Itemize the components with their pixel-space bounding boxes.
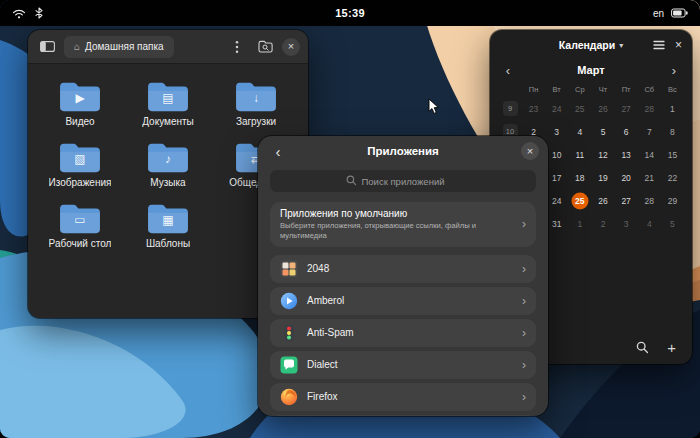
calendar-day[interactable]: 2 <box>591 212 614 235</box>
folder-item-video[interactable]: ▶Видео <box>36 76 124 127</box>
calendar-day[interactable]: 4 <box>638 212 661 235</box>
folder-item-download[interactable]: ↓Загрузки <box>212 76 300 127</box>
folder-item-document[interactable]: ▤Документы <box>124 76 212 127</box>
chevron-right-icon: › <box>522 327 526 339</box>
calendar-day[interactable]: 18 <box>568 166 591 189</box>
app-row-firefox[interactable]: Firefox› <box>270 383 536 411</box>
calendar-day[interactable]: 3 <box>545 120 568 143</box>
folder-item-desktop[interactable]: ▭Рабочий стол <box>36 198 124 249</box>
calendar-day[interactable]: 24 <box>545 189 568 212</box>
calendar-close-button[interactable]: × <box>675 39 682 51</box>
calendar-day[interactable]: 22 <box>661 166 684 189</box>
keyboard-layout-indicator: en <box>653 8 664 19</box>
calendar-day[interactable]: 14 <box>638 143 661 166</box>
calendar-day[interactable]: 12 <box>591 143 614 166</box>
calendar-day[interactable]: 3 <box>615 212 638 235</box>
app-row-amberol[interactable]: Amberol› <box>270 287 536 315</box>
folder-item-image[interactable]: ▧Изображения <box>36 137 124 188</box>
hamburger-menu-icon[interactable] <box>653 40 665 50</box>
calendar-weekdays: ПнВтСрЧтПтСбВс <box>490 80 692 97</box>
music-emblem-icon: ♪ <box>145 152 191 166</box>
folder-item-music[interactable]: ♪Музыка <box>124 137 212 188</box>
home-icon: ⌂ <box>74 41 80 52</box>
dialect-icon <box>280 356 298 374</box>
folder-label: Музыка <box>150 177 185 188</box>
chevron-right-icon: › <box>522 359 526 371</box>
calendars-menu-button[interactable]: Календари ▾ <box>559 39 623 51</box>
apps-search-input[interactable] <box>270 176 536 187</box>
calendar-day[interactable]: 24 <box>545 97 568 120</box>
back-button[interactable]: ‹ <box>267 140 289 162</box>
top-bar: 15:39 en <box>0 0 700 26</box>
calendar-day[interactable]: 28 <box>638 189 661 212</box>
default-apps-row[interactable]: Приложения по умолчанию Выберите приложе… <box>270 202 536 247</box>
calendar-day[interactable]: 15 <box>661 143 684 166</box>
weekday-label: Вт <box>545 80 568 97</box>
dialog-header-bar[interactable]: ‹ Приложения × <box>258 136 548 166</box>
calendar-day[interactable]: 27 <box>615 97 638 120</box>
calendar-day[interactable]: 25 <box>568 97 591 120</box>
chevron-right-icon: › <box>522 391 526 403</box>
apps-list: 2048›Amberol›Anti-Spam›Dialect›Firefox›› <box>270 255 536 416</box>
status-area-left[interactable] <box>0 7 43 19</box>
clock[interactable]: 15:39 <box>335 7 365 19</box>
calendar-day[interactable]: 7 <box>638 120 661 143</box>
calendar-day[interactable]: 11 <box>568 143 591 166</box>
search-icon[interactable] <box>636 341 649 354</box>
antispam-icon <box>280 324 298 342</box>
folder-label: Документы <box>142 116 194 127</box>
calendar-day[interactable]: 5 <box>591 120 614 143</box>
calendar-day[interactable]: 20 <box>615 166 638 189</box>
firefox-icon <box>280 388 298 406</box>
calendar-day[interactable]: 26 <box>591 97 614 120</box>
window-menu-button[interactable] <box>226 36 248 58</box>
folder-label: Видео <box>65 116 94 127</box>
app-row-2048[interactable]: 2048› <box>270 255 536 283</box>
folder-label: Загрузки <box>236 116 276 127</box>
add-event-button[interactable]: + <box>667 340 676 355</box>
next-month-button[interactable]: › <box>666 63 682 78</box>
calendar-day[interactable]: 19 <box>591 166 614 189</box>
path-bar-home-button[interactable]: ⌂ Домашняя папка <box>64 36 174 58</box>
calendar-day[interactable]: 17 <box>545 166 568 189</box>
calendar-day[interactable]: 21 <box>638 166 661 189</box>
folder-icon: ▭ <box>57 198 103 236</box>
weekday-label: Ср <box>568 80 591 97</box>
files-close-button[interactable]: × <box>282 38 300 56</box>
calendar-day[interactable]: 8 <box>661 120 684 143</box>
calendar-day[interactable]: 1 <box>568 212 591 235</box>
calendar-day[interactable]: 28 <box>638 97 661 120</box>
close-icon: × <box>527 146 533 157</box>
folder-item-template[interactable]: ▦Шаблоны <box>124 198 212 249</box>
app-row-dialect[interactable]: Dialect› <box>270 351 536 379</box>
status-area-right[interactable]: en <box>653 8 700 19</box>
calendar-title: Календари <box>559 39 615 51</box>
calendar-day[interactable]: 26 <box>591 189 614 212</box>
previous-month-button[interactable]: ‹ <box>500 63 516 78</box>
folder-icon: ▤ <box>145 76 191 114</box>
week-number: 9 <box>498 101 522 116</box>
desktop-emblem-icon: ▭ <box>57 213 103 227</box>
calendar-day[interactable]: 6 <box>615 120 638 143</box>
sidebar-toggle-button[interactable] <box>36 36 58 58</box>
calendar-day[interactable]: 10 <box>545 143 568 166</box>
close-icon: × <box>288 41 294 52</box>
calendar-day[interactable]: 31 <box>545 212 568 235</box>
dialog-close-button[interactable]: × <box>521 142 539 160</box>
default-apps-texts: Приложения по умолчанию Выберите приложе… <box>280 208 516 241</box>
calendar-header-bar[interactable]: Календари ▾ × <box>490 30 692 60</box>
files-header-bar[interactable]: ⌂ Домашняя папка × <box>28 30 308 64</box>
app-row-anti-spam[interactable]: Anti-Spam› <box>270 319 536 347</box>
folder-search-button[interactable] <box>254 36 276 58</box>
apps-search-field[interactable] <box>270 170 536 192</box>
calendar-day[interactable]: 1 <box>661 97 684 120</box>
app-row-partial[interactable]: › <box>270 415 536 416</box>
calendar-day[interactable]: 4 <box>568 120 591 143</box>
calendar-day[interactable]: 13 <box>615 143 638 166</box>
bluetooth-icon <box>35 7 43 19</box>
calendar-day[interactable]: 23 <box>522 97 545 120</box>
calendar-day[interactable]: 27 <box>615 189 638 212</box>
calendar-day[interactable]: 29 <box>661 189 684 212</box>
calendar-day[interactable]: 5 <box>661 212 684 235</box>
calendar-day-today[interactable]: 25 <box>568 189 591 212</box>
